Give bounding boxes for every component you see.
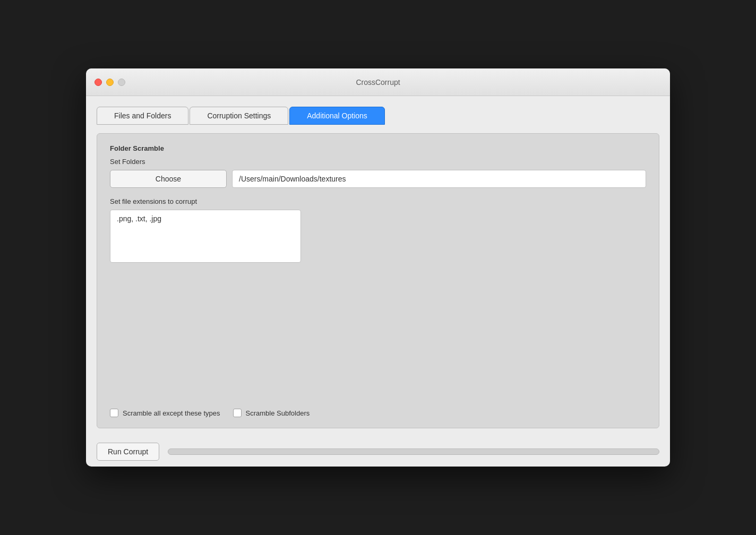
bottom-bar: Run Corrupt bbox=[86, 437, 670, 467]
panel-additional-options: Folder Scramble Set Folders Choose Set f… bbox=[97, 133, 659, 428]
section-title: Folder Scramble bbox=[110, 144, 646, 152]
tab-corruption-settings[interactable]: Corruption Settings bbox=[190, 107, 288, 125]
tab-additional-options[interactable]: Additional Options bbox=[289, 107, 385, 125]
window-controls bbox=[94, 79, 125, 86]
folder-row: Choose bbox=[110, 170, 646, 188]
spacer bbox=[110, 263, 646, 404]
set-folders-label: Set Folders bbox=[110, 158, 646, 166]
checkboxes-row: Scramble all except these types Scramble… bbox=[110, 409, 646, 417]
scramble-subfolders-label: Scramble Subfolders bbox=[246, 409, 310, 417]
content-area: Files and Folders Corruption Settings Ad… bbox=[86, 96, 670, 437]
path-input[interactable] bbox=[232, 170, 646, 188]
scramble-subfolders-group: Scramble Subfolders bbox=[233, 409, 310, 417]
scramble-all-checkbox[interactable] bbox=[110, 409, 118, 417]
minimize-button[interactable] bbox=[106, 79, 114, 86]
scramble-all-group: Scramble all except these types bbox=[110, 409, 220, 417]
tab-files-and-folders[interactable]: Files and Folders bbox=[97, 107, 188, 125]
window-title: CrossCorrupt bbox=[356, 78, 400, 87]
tabs-bar: Files and Folders Corruption Settings Ad… bbox=[97, 107, 659, 125]
progress-bar-container bbox=[168, 448, 659, 455]
close-button[interactable] bbox=[94, 79, 102, 86]
maximize-button[interactable] bbox=[118, 79, 125, 86]
run-corrupt-button[interactable]: Run Corrupt bbox=[97, 443, 159, 461]
extensions-label: Set file extensions to corrupt bbox=[110, 197, 646, 205]
choose-button[interactable]: Choose bbox=[110, 170, 227, 188]
app-window: CrossCorrupt Files and Folders Corruptio… bbox=[86, 68, 670, 467]
scramble-all-label: Scramble all except these types bbox=[123, 409, 220, 417]
scramble-subfolders-checkbox[interactable] bbox=[233, 409, 242, 417]
title-bar: CrossCorrupt bbox=[86, 68, 670, 96]
extensions-textarea[interactable]: .png, .txt, .jpg bbox=[110, 210, 301, 263]
